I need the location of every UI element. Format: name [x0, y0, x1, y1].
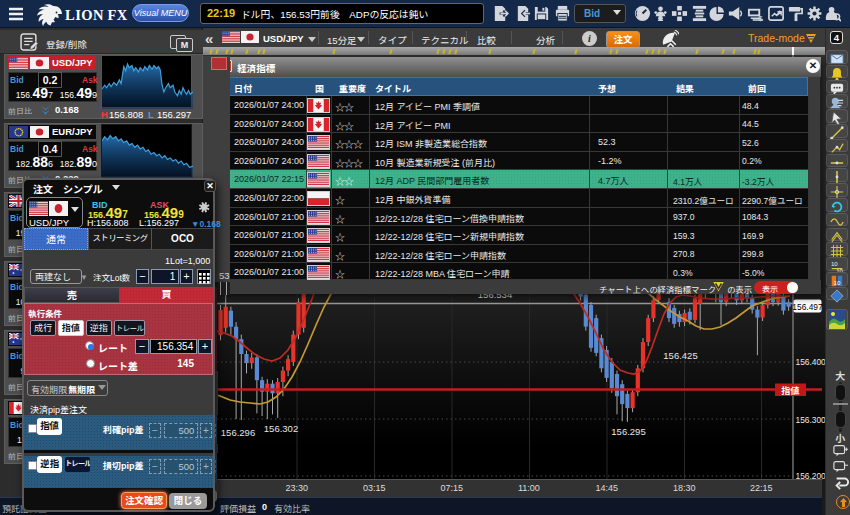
- svg-text:156.497: 156.497: [792, 302, 823, 312]
- svg-text:10: 10: [834, 279, 841, 286]
- svg-text:156.200: 156.200: [796, 471, 827, 479]
- svg-text:10: 10: [831, 260, 838, 267]
- svg-text:156.302: 156.302: [264, 423, 298, 434]
- svg-text:156.300: 156.300: [796, 415, 827, 425]
- svg-text:156.296: 156.296: [221, 427, 255, 438]
- svg-text:156.295: 156.295: [611, 426, 645, 437]
- svg-text:指値: 指値: [780, 386, 799, 396]
- svg-text:156.400: 156.400: [796, 357, 827, 367]
- svg-text:156.425: 156.425: [663, 350, 697, 361]
